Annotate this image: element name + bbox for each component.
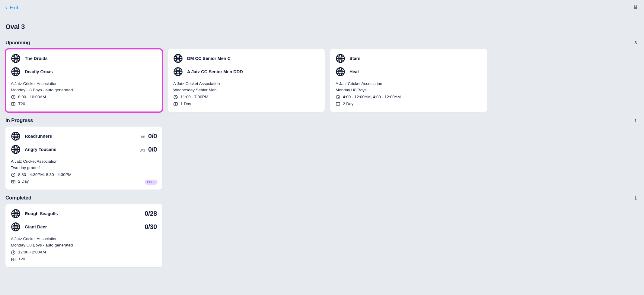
time-label: 4:00 - 12:00AM, 4:00 - 12:00AM	[343, 94, 401, 100]
team-name: A Jatz CC Senior Men DDD	[187, 69, 243, 74]
globe-icon	[173, 67, 183, 77]
association-label: A Jatz Cricket Association	[336, 81, 482, 87]
team-name: Rough Seagulls	[25, 211, 58, 216]
match-card[interactable]: The Droids Deadly Orcas A Jatz Cricket A…	[5, 49, 162, 112]
scoreboard-icon	[11, 257, 16, 262]
team-name: Roadrunners	[25, 134, 52, 139]
clock-icon	[11, 172, 16, 177]
grade-label: Monday U8 Boys	[336, 87, 482, 93]
clock-icon	[173, 95, 178, 99]
clock-icon	[336, 95, 340, 99]
clock-icon	[11, 95, 16, 99]
section-title-upcoming: Upcoming	[5, 40, 30, 46]
team-name: DM CC Senior Men C	[187, 56, 231, 61]
association-label: A Jatz Cricket Association	[11, 236, 157, 242]
exit-link[interactable]: Exit	[4, 5, 18, 11]
scoreboard-icon	[11, 179, 16, 184]
lock-icon[interactable]	[633, 4, 639, 11]
globe-icon	[173, 54, 183, 63]
time-label: 8:30 - 4:30PM, 8:30 - 4:30PM	[18, 172, 72, 178]
team-name: Angry Toucans	[25, 147, 56, 152]
section-count-upcoming: 3	[634, 40, 639, 45]
association-label: A Jatz Cricket Association	[11, 81, 157, 87]
association-label: A Jatz Cricket Association	[173, 81, 319, 87]
grade-label: Monday U8 Boys - auto generated	[11, 242, 157, 249]
format-label: 1 Day	[180, 101, 191, 107]
live-badge: LIVE	[145, 180, 158, 185]
score-label: 0/30	[145, 223, 157, 231]
team-name: The Droids	[25, 56, 48, 61]
overs-label: 0/6	[140, 135, 145, 139]
match-card[interactable]: Stars Heat A Jatz Cricket Association Mo…	[330, 49, 487, 112]
score-label: 0/0	[148, 132, 157, 140]
time-label: 12:00 - 2:00AM	[18, 249, 46, 256]
association-label: A Jatz Cricket Association	[11, 158, 157, 165]
globe-icon	[336, 67, 345, 77]
scoreboard-icon	[173, 102, 178, 106]
grade-label: Monday U8 Boys - auto generated	[11, 87, 157, 93]
page-title: Oval 3	[0, 14, 644, 34]
section-title-completed: Completed	[5, 195, 31, 201]
exit-label: Exit	[10, 5, 18, 11]
match-card[interactable]: Rough Seagulls 0/28 Giant Deer 0/30 A Ja…	[5, 204, 162, 267]
globe-icon	[11, 209, 21, 218]
score-label: 0/28	[145, 210, 157, 218]
clock-icon	[11, 250, 16, 255]
team-name: Deadly Orcas	[25, 69, 53, 74]
format-label: T20	[18, 256, 25, 262]
grade-label: Two day grade 1	[11, 165, 157, 171]
globe-icon	[11, 222, 21, 232]
team-name: Giant Deer	[25, 224, 47, 229]
globe-icon	[336, 54, 345, 63]
score-label: 0/0	[148, 146, 157, 153]
globe-icon	[11, 54, 21, 63]
format-label: 2 Day	[18, 178, 29, 185]
overs-label: 0/3	[140, 148, 145, 152]
format-label: T20	[18, 101, 25, 107]
match-card[interactable]: Roadrunners 0/6 0/0 Angry Toucans 0/3 0/…	[5, 127, 162, 190]
team-name: Stars	[349, 56, 360, 61]
time-label: 11:00 - 7:00PM	[180, 94, 208, 100]
globe-icon	[11, 145, 21, 154]
grade-label: Wednesday Senior Men	[173, 87, 319, 93]
section-count-completed: 1	[634, 196, 639, 200]
globe-icon	[11, 131, 21, 141]
scoreboard-icon	[11, 102, 16, 106]
section-count-in-progress: 1	[634, 118, 639, 123]
format-label: 2 Day	[343, 101, 353, 107]
time-label: 8:00 - 10:00AM	[18, 94, 46, 100]
globe-icon	[11, 67, 21, 77]
chevron-left-icon	[4, 6, 8, 10]
section-title-in-progress: In Progress	[5, 118, 33, 124]
match-card[interactable]: DM CC Senior Men C A Jatz CC Senior Men …	[168, 49, 325, 112]
scoreboard-icon	[336, 102, 340, 106]
team-name: Heat	[349, 69, 359, 74]
